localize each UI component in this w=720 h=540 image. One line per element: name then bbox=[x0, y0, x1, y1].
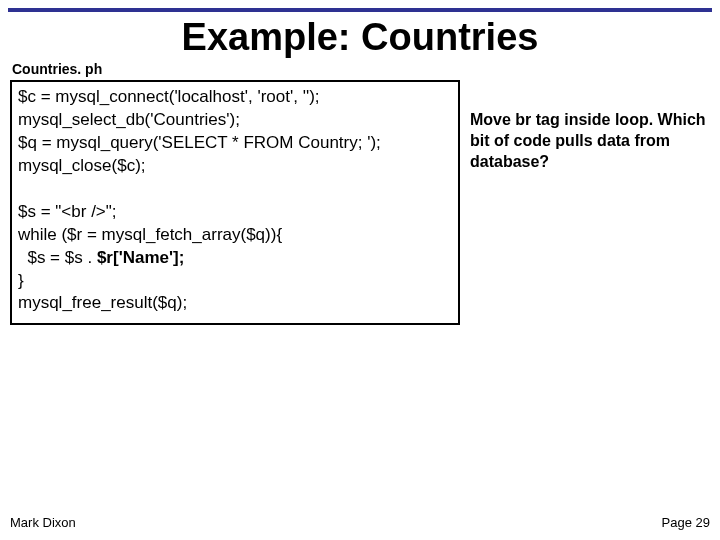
annotation-text: Move br tag inside loop. Which bit of co… bbox=[470, 110, 708, 172]
code-line: while ($r = mysql_fetch_array($q)){ bbox=[18, 224, 452, 247]
code-blank bbox=[18, 178, 452, 201]
code-line: $s = $s . $r['Name']; bbox=[18, 247, 452, 270]
top-rule bbox=[8, 8, 712, 12]
slide-title: Example: Countries bbox=[0, 16, 720, 59]
code-frag: $s = $s . bbox=[18, 248, 97, 267]
code-frag-bold: $r['Name']; bbox=[97, 248, 184, 267]
code-line: mysql_free_result($q); bbox=[18, 292, 452, 315]
code-line: $s = "<br />"; bbox=[18, 201, 452, 224]
code-line: $q = mysql_query('SELECT * FROM Country;… bbox=[18, 132, 452, 155]
code-line: } bbox=[18, 270, 452, 293]
code-box: $c = mysql_connect('localhost', 'root', … bbox=[10, 80, 460, 325]
footer-author: Mark Dixon bbox=[10, 515, 76, 530]
code-line: mysql_close($c); bbox=[18, 155, 452, 178]
code-line: mysql_select_db('Countries'); bbox=[18, 109, 452, 132]
footer-page: Page 29 bbox=[662, 515, 710, 530]
code-line: $c = mysql_connect('localhost', 'root', … bbox=[18, 86, 452, 109]
